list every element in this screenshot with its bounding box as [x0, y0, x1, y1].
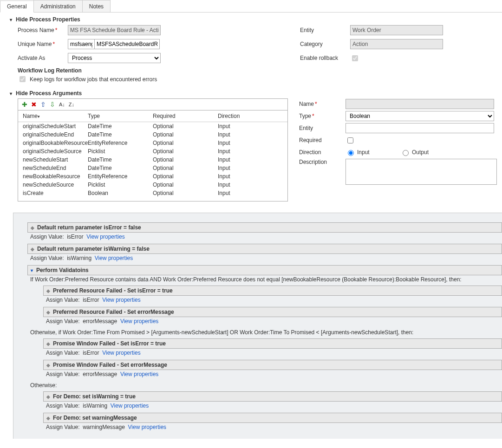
activate-as-select[interactable]: Process [68, 53, 161, 63]
bullet-icon: ◆ [46, 310, 50, 315]
cell-dir: Input [218, 181, 283, 189]
tab-administration[interactable]: Administration [33, 0, 83, 12]
step-detail: Assign Value: isError View properties [43, 349, 502, 360]
label-arg-required: Required [299, 137, 346, 143]
bullet-icon: ◆ [46, 288, 50, 293]
sort-asc-icon[interactable]: A↓ [59, 102, 65, 107]
delete-icon[interactable]: ✖ [31, 101, 37, 108]
table-row[interactable]: newScheduleSourcePicklistOptionalInput [18, 181, 287, 189]
arg-name-input[interactable] [346, 99, 494, 109]
cell-name: newScheduleEnd [23, 164, 88, 172]
step-title[interactable]: ◆For Demo: set warningMessage [43, 413, 502, 423]
tab-notes[interactable]: Notes [82, 0, 111, 12]
step-title[interactable]: ◆Preferred Resource Failed - Set errorMe… [43, 307, 502, 317]
args-grid[interactable]: originalScheduleStartDateTimeOptionalInp… [18, 122, 287, 201]
cell-dir: Input [218, 130, 283, 139]
section-process-properties: ▾ Hide Process Properties [0, 13, 502, 25]
move-down-icon[interactable]: ⇩ [50, 101, 55, 108]
table-row[interactable]: originalScheduleStartDateTimeOptionalInp… [18, 122, 287, 130]
collapse-icon[interactable]: ▾ [8, 91, 13, 96]
view-properties-link[interactable]: View properties [128, 424, 167, 430]
keep-logs-label: Keep logs for workflow jobs that encount… [30, 76, 157, 83]
direction-input-radio[interactable] [348, 150, 354, 156]
label-arg-entity: Entity [299, 125, 346, 131]
col-type[interactable]: Type [88, 113, 153, 119]
add-icon[interactable]: ✚ [22, 101, 27, 108]
unique-prefix-input[interactable] [68, 39, 95, 49]
cell-dir: Input [218, 189, 283, 197]
step-detail: Assign Value: isError View properties [43, 296, 502, 307]
step-detail: Assign Value: warningMessage View proper… [43, 423, 502, 434]
collapse-icon[interactable]: ▾ [8, 17, 13, 22]
cell-name: originalScheduleSource [23, 147, 88, 156]
step-detail: Assign Value: errorMessage View properti… [43, 317, 502, 328]
condition-text: Otherwise: [27, 381, 502, 391]
cell-req: Optional [153, 164, 218, 172]
sort-desc-icon[interactable]: Z↓ [69, 102, 74, 107]
cell-name: originalScheduleEnd [23, 130, 88, 139]
process-name-input[interactable] [68, 25, 161, 35]
table-row[interactable]: originalScheduleEndDateTimeOptionalInput [18, 130, 287, 139]
col-required[interactable]: Required [153, 113, 218, 119]
step-title[interactable]: ▾Perform Validatoins [27, 265, 502, 275]
bullet-icon: ◆ [46, 416, 50, 421]
section-title: Hide Process Properties [16, 16, 80, 23]
cell-name: originalBookableResource [23, 139, 88, 147]
step-title[interactable]: ◆Default return parameter isError = fals… [27, 222, 502, 233]
keep-logs-checkbox [20, 76, 26, 82]
cell-type: DateTime [88, 122, 153, 130]
table-row[interactable]: isCreateBooleanOptionalInput [18, 189, 287, 197]
label-enable-rollback: Enable rollback [300, 55, 350, 61]
label-arg-description: Description [299, 159, 346, 165]
view-properties-link[interactable]: View properties [102, 350, 141, 356]
tabstrip: General Administration Notes [0, 0, 502, 13]
step-title[interactable]: ◆Default return parameter isWarning = fa… [27, 244, 502, 254]
table-row[interactable]: newBookableResourceEntityReferenceOption… [18, 172, 287, 181]
step-title[interactable]: ◆Promise Window Failed - Set errorMessag… [43, 360, 502, 370]
cell-type: EntityReference [88, 172, 153, 181]
args-toolbar: ✚ ✖ ⇧ ⇩ A↓ Z↓ [18, 98, 288, 110]
arg-required-checkbox[interactable] [347, 137, 353, 143]
view-properties-link[interactable]: View properties [102, 297, 141, 303]
step-title[interactable]: ◆For Demo: set isWarning = true [43, 391, 502, 402]
col-direction[interactable]: Direction [218, 113, 283, 119]
cell-req: Optional [153, 156, 218, 164]
view-properties-link[interactable]: View properties [120, 371, 159, 377]
step-detail: Assign Value: isWarning View properties [27, 254, 502, 265]
cell-req: Optional [153, 189, 218, 197]
cell-type: Boolean [88, 189, 153, 197]
step-title[interactable]: ◆Promise Window Failed - Set isError = t… [43, 338, 502, 349]
arg-type-select[interactable]: Boolean [346, 111, 494, 121]
view-properties-link[interactable]: View properties [111, 403, 149, 409]
col-name[interactable]: Name▾ [23, 113, 88, 119]
cell-req: Optional [153, 147, 218, 156]
direction-output-radio[interactable] [403, 150, 409, 156]
label-entity: Entity [300, 27, 350, 33]
condition-text: If Work Order:Preferred Resource contain… [27, 275, 502, 286]
cell-type: Picklist [88, 181, 153, 189]
label-arg-direction: Direction [299, 149, 346, 156]
view-properties-link[interactable]: View properties [95, 255, 133, 261]
radio-output-label[interactable]: Output [400, 149, 447, 156]
unique-name-input[interactable] [95, 39, 160, 49]
move-up-icon[interactable]: ⇧ [40, 101, 46, 108]
bullet-icon: ◆ [46, 341, 50, 346]
arg-entity-input[interactable] [346, 123, 494, 133]
label-unique-name: Unique Name* [18, 41, 68, 47]
arg-description-textarea[interactable] [346, 159, 497, 185]
table-row[interactable]: originalBookableResourceEntityReferenceO… [18, 139, 287, 147]
table-row[interactable]: newScheduleStartDateTimeOptionalInput [18, 156, 287, 164]
radio-input-label[interactable]: Input [346, 149, 392, 156]
view-properties-link[interactable]: View properties [86, 234, 125, 240]
cell-dir: Input [218, 147, 283, 156]
table-row[interactable]: originalScheduleSourcePicklistOptionalIn… [18, 147, 287, 156]
view-properties-link[interactable]: View properties [120, 318, 159, 325]
expand-icon[interactable]: ▾ [31, 268, 36, 273]
cell-name: newBookableResource [23, 172, 88, 181]
step-title[interactable]: ◆Preferred Resource Failed - Set isError… [43, 286, 502, 296]
step-detail: Assign Value: errorMessage View properti… [43, 370, 502, 381]
label-process-name: Process Name* [18, 27, 68, 33]
tab-general[interactable]: General [0, 0, 34, 13]
table-row[interactable]: newScheduleEndDateTimeOptionalInput [18, 164, 287, 172]
cell-type: DateTime [88, 130, 153, 139]
